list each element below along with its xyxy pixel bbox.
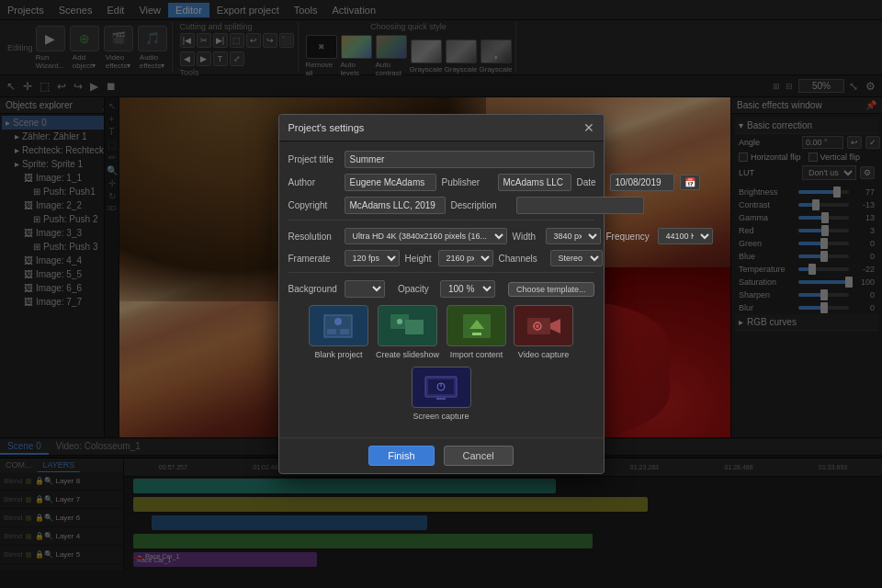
width-label: Width [513,232,540,242]
framerate-row: Framerate 120 fps Height 2160 px Channel… [288,250,594,266]
projects-settings-dialog: Project's settings ✕ Project title Autho… [278,114,605,474]
author-row: Author Publisher Date 📅 [288,174,594,191]
description-label: Description [451,200,511,210]
svg-point-1 [334,318,342,325]
copyright-input[interactable] [345,197,446,214]
template-blank-label: Blank project [314,350,362,359]
dialog-titlebar: Project's settings ✕ [279,115,604,141]
project-title-input[interactable] [345,151,594,168]
width-select[interactable]: 3840 px [546,228,601,244]
project-title-row: Project title [288,151,594,168]
dialog-body: Project title Author Publisher Date 📅 Co… [279,141,604,437]
date-picker-btn[interactable]: 📅 [680,175,700,190]
background-section: Background Opacity 100 % Choose template… [288,272,594,298]
tech-settings-section: Resolution Ultra HD 4K (3840x2160 pixels… [288,220,594,266]
svg-rect-9 [472,333,481,335]
description-input[interactable] [516,197,644,214]
resolution-select[interactable]: Ultra HD 4K (3840x2160 pixels (16... [345,228,507,244]
template-import-label: Import content [450,350,503,359]
author-label: Author [288,177,339,187]
date-label: Date [577,177,605,187]
finish-btn[interactable]: Finish [368,446,434,466]
background-label: Background [288,284,339,294]
background-row: Background Opacity 100 % Choose template… [288,280,594,298]
background-select[interactable] [345,280,385,298]
channels-select[interactable]: Stereo [550,250,603,266]
dialog-overlay: Project's settings ✕ Project title Autho… [0,0,882,588]
date-input[interactable] [610,174,674,191]
publisher-label: Publisher [442,177,492,187]
template-video-capture[interactable]: Video capture [514,305,573,359]
svg-rect-3 [340,329,349,334]
template-import[interactable]: Import content [447,305,506,359]
dialog-title: Project's settings [288,122,365,133]
templates-row: Blank project Create slideshow [288,305,594,421]
svg-rect-5 [405,320,424,334]
dialog-close-btn[interactable]: ✕ [583,120,594,135]
height-label: Height [405,254,433,264]
copyright-row: Copyright Description [288,197,594,214]
channels-label: Channels [499,254,545,264]
framerate-label: Framerate [288,254,339,264]
cancel-btn[interactable]: Cancel [444,446,514,466]
resolution-label: Resolution [288,232,339,242]
dialog-footer: Finish Cancel [279,437,604,473]
template-slideshow[interactable]: Create slideshow [376,305,439,359]
height-select[interactable]: 2160 px [438,250,493,266]
frequency-label: Frequency [606,232,652,242]
author-input[interactable] [345,174,436,191]
opacity-select[interactable]: 100 % [440,280,495,298]
svg-point-13 [536,324,539,328]
project-title-label: Project title [288,154,339,164]
template-video-capture-label: Video capture [518,350,569,359]
svg-rect-2 [327,329,336,334]
template-slideshow-label: Create slideshow [376,350,439,359]
resolution-row: Resolution Ultra HD 4K (3840x2160 pixels… [288,228,594,244]
template-screen-capture[interactable]: Screen capture [412,367,471,421]
svg-marker-11 [550,319,560,334]
frequency-select[interactable]: 44100 Hz [658,228,713,244]
publisher-input[interactable] [498,174,571,191]
choose-template-btn[interactable]: Choose template... [508,282,594,297]
svg-point-6 [397,319,402,324]
framerate-select[interactable]: 120 fps [345,250,400,266]
template-screen-capture-label: Screen capture [413,412,469,421]
opacity-label: Opacity [398,284,435,294]
copyright-label: Copyright [288,200,339,210]
template-blank[interactable]: Blank project [309,305,368,359]
svg-rect-16 [436,398,446,400]
